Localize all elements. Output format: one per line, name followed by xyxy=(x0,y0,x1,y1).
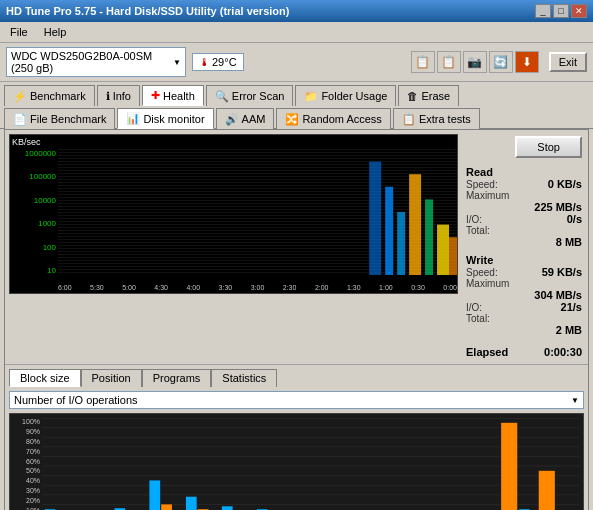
x-label-4: 4:30 xyxy=(154,284,168,291)
tab-benchmark-label: Benchmark xyxy=(30,90,86,102)
bar-chart-svg xyxy=(42,418,579,510)
tab-disk-monitor[interactable]: 📊 Disk monitor xyxy=(117,108,213,129)
tab-health[interactable]: ✚ Health xyxy=(142,85,204,106)
bar-y-90: 90% xyxy=(12,428,40,435)
temperature-value: 29°C xyxy=(212,56,237,68)
content-area: KB/sec 1000000 100000 10000 1000 100 10 xyxy=(5,130,588,364)
drive-label: WDC WDS250G2B0A-00SM (250 gB) xyxy=(11,50,173,74)
tab-disk-monitor-label: Disk monitor xyxy=(143,113,204,125)
tab-file-benchmark[interactable]: 📄 File Benchmark xyxy=(4,108,115,129)
tab-file-benchmark-label: File Benchmark xyxy=(30,113,106,125)
close-button[interactable]: ✕ xyxy=(571,4,587,18)
stop-button[interactable]: Stop xyxy=(515,136,582,158)
svg-rect-14 xyxy=(425,199,433,275)
svg-rect-37 xyxy=(186,497,197,510)
tab-aam[interactable]: 🔊 AAM xyxy=(216,108,275,129)
x-label-10: 1:30 xyxy=(347,284,361,291)
svg-rect-10 xyxy=(369,162,381,275)
subtab-block-size-label: Block size xyxy=(20,372,70,384)
error-scan-icon: 🔍 xyxy=(215,90,229,103)
tab-erase[interactable]: 🗑 Erase xyxy=(398,85,459,106)
drive-selector[interactable]: WDC WDS250G2B0A-00SM (250 gB) ▼ xyxy=(6,47,186,77)
subtab-block-size[interactable]: Block size xyxy=(9,369,81,387)
y-label-1: 1000000 xyxy=(12,149,56,158)
write-max-row: Maximum xyxy=(466,278,582,289)
subtabs: Block size Position Programs Statistics xyxy=(5,364,588,387)
toolbar-icon-4[interactable]: 🔄 xyxy=(489,51,513,73)
tab-extra-tests[interactable]: 📋 Extra tests xyxy=(393,108,480,129)
tab-error-scan[interactable]: 🔍 Error Scan xyxy=(206,85,294,106)
random-access-icon: 🔀 xyxy=(285,113,299,126)
tab-benchmark[interactable]: ⚡ Benchmark xyxy=(4,85,95,106)
write-title: Write xyxy=(466,254,582,266)
tab-folder-usage-label: Folder Usage xyxy=(321,90,387,102)
tab-aam-label: AAM xyxy=(242,113,266,125)
svg-rect-12 xyxy=(397,212,405,275)
bar-y-20: 20% xyxy=(12,497,40,504)
exit-button[interactable]: Exit xyxy=(549,52,587,72)
read-io-value: 0/s xyxy=(567,213,582,225)
svg-rect-35 xyxy=(161,504,172,510)
svg-rect-49 xyxy=(501,423,517,510)
x-label-9: 2:00 xyxy=(315,284,329,291)
svg-rect-15 xyxy=(437,225,449,275)
dropdown-row: Number of I/O operations ▼ xyxy=(5,387,588,413)
elapsed-row: Elapsed 0:00:30 xyxy=(466,346,582,358)
title-bar: HD Tune Pro 5.75 - Hard Disk/SSD Utility… xyxy=(0,0,593,22)
elapsed-label: Elapsed xyxy=(466,346,508,358)
x-label-12: 0:30 xyxy=(411,284,425,291)
bar-y-40: 40% xyxy=(12,477,40,484)
y-label-2: 100000 xyxy=(12,172,56,181)
menu-file[interactable]: File xyxy=(4,24,34,40)
tab-random-access[interactable]: 🔀 Random Access xyxy=(276,108,390,129)
toolbar-icon-2[interactable]: 📋 xyxy=(437,51,461,73)
subtab-position[interactable]: Position xyxy=(81,369,142,387)
bar-y-60: 60% xyxy=(12,458,40,465)
thermometer-icon: 🌡 xyxy=(199,56,210,68)
minimize-button[interactable]: _ xyxy=(535,4,551,18)
info-icon: ℹ xyxy=(106,90,110,103)
menu-bar: File Help xyxy=(0,22,593,43)
tab-info[interactable]: ℹ Info xyxy=(97,85,140,106)
tab-folder-usage[interactable]: 📁 Folder Usage xyxy=(295,85,396,106)
write-speed-row: Speed: 59 KB/s xyxy=(466,266,582,278)
dropdown-arrow-icon: ▼ xyxy=(571,396,579,405)
bar-y-30: 30% xyxy=(12,487,40,494)
x-label-3: 5:00 xyxy=(122,284,136,291)
toolbar-icon-1[interactable]: 📋 xyxy=(411,51,435,73)
toolbar-icon-5[interactable]: ⬇ xyxy=(515,51,539,73)
read-stats: Read Speed: 0 KB/s Maximum 225 MB/s I/O:… xyxy=(466,166,582,248)
temperature-display: 🌡 29°C xyxy=(192,53,244,71)
tab-random-access-label: Random Access xyxy=(302,113,381,125)
tabs-row2: 📄 File Benchmark 📊 Disk monitor 🔊 AAM 🔀 … xyxy=(0,105,593,129)
folder-usage-icon: 📁 xyxy=(304,90,318,103)
subtab-programs[interactable]: Programs xyxy=(142,369,212,387)
y-label-4: 1000 xyxy=(12,219,56,228)
chart-y-unit: KB/sec xyxy=(12,137,41,147)
subtab-statistics[interactable]: Statistics xyxy=(211,369,277,387)
x-label-5: 4:00 xyxy=(186,284,200,291)
x-label-6: 3:30 xyxy=(219,284,233,291)
tab-info-label: Info xyxy=(113,90,131,102)
write-speed-label: Speed: xyxy=(466,267,498,278)
menu-help[interactable]: Help xyxy=(38,24,73,40)
tabs-row1: ⚡ Benchmark ℹ Info ✚ Health 🔍 Error Scan… xyxy=(0,82,593,105)
toolbar-icons: 📋 📋 📷 🔄 ⬇ xyxy=(411,51,539,73)
bar-y-100: 100% xyxy=(12,418,40,425)
subtab-position-label: Position xyxy=(92,372,131,384)
tab-erase-label: Erase xyxy=(421,90,450,102)
benchmark-icon: ⚡ xyxy=(13,90,27,103)
drive-dropdown-arrow: ▼ xyxy=(173,58,181,67)
x-label-7: 3:00 xyxy=(251,284,265,291)
bar-y-70: 70% xyxy=(12,448,40,455)
read-total-row: Total: xyxy=(466,225,582,236)
y-label-5: 100 xyxy=(12,243,56,252)
read-max-row: Maximum xyxy=(466,190,582,201)
read-total-value: 8 MB xyxy=(556,236,582,248)
maximize-button[interactable]: □ xyxy=(553,4,569,18)
read-speed-label: Speed: xyxy=(466,179,498,190)
toolbar-icon-3[interactable]: 📷 xyxy=(463,51,487,73)
chart-grid xyxy=(58,149,457,275)
io-dropdown[interactable]: Number of I/O operations ▼ xyxy=(9,391,584,409)
bar-y-80: 80% xyxy=(12,438,40,445)
